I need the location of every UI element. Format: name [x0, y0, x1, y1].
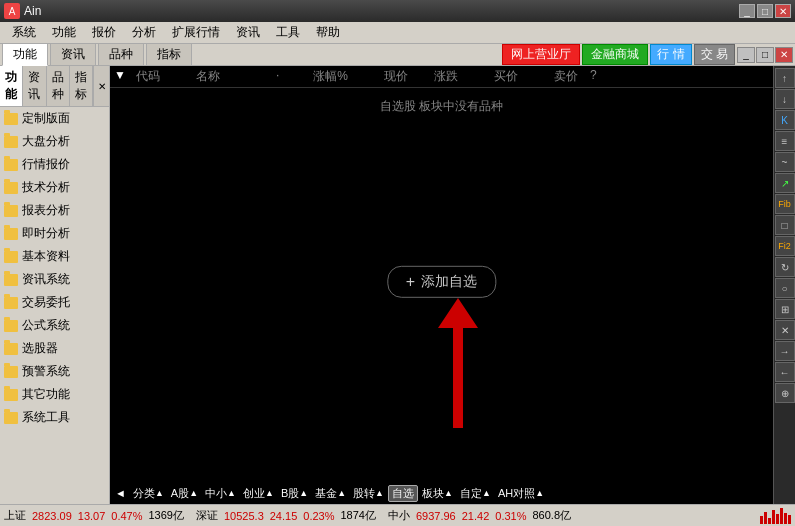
sidebar-item-report[interactable]: 报表分析 — [0, 199, 109, 222]
rtool-up[interactable]: ↑ — [775, 68, 795, 88]
status-zx-label: 中小 — [388, 508, 410, 523]
bottom-tab-startup[interactable]: 创业▲ — [240, 486, 277, 501]
win-close-button[interactable]: ✕ — [775, 47, 793, 63]
rtool-circle[interactable]: ○ — [775, 278, 795, 298]
sidebar-item-info[interactable]: 资讯系统 — [0, 268, 109, 291]
menu-help[interactable]: 帮助 — [308, 22, 348, 43]
rtool-plus[interactable]: ⊕ — [775, 383, 795, 403]
rtool-left[interactable]: ← — [775, 362, 795, 382]
financial-mall-button[interactable]: 金融商城 — [582, 44, 648, 65]
bottom-tab-ashare[interactable]: A股▲ — [168, 486, 201, 501]
sidebar-item-tech[interactable]: 技术分析 — [0, 176, 109, 199]
bottom-tab-custom[interactable]: 自定▲ — [457, 486, 494, 501]
bottom-tab-bshare[interactable]: B股▲ — [278, 486, 311, 501]
folder-icon — [4, 159, 18, 171]
sidebar-item-realtime[interactable]: 即时分析 — [0, 222, 109, 245]
menu-analysis[interactable]: 分析 — [124, 22, 164, 43]
tab-label: 分类 — [133, 486, 155, 501]
menu-function[interactable]: 功能 — [44, 22, 84, 43]
sidebar-tabs: 功能 资讯 品种 指标 ✕ — [0, 66, 109, 107]
win-max-button[interactable]: □ — [756, 47, 774, 63]
minimize-button[interactable]: _ — [739, 4, 755, 18]
tab-prev-button[interactable]: ◄ — [112, 487, 129, 499]
status-zx-pct: 0.31% — [495, 510, 526, 522]
sidebar-item-system-tools[interactable]: 系统工具 — [0, 406, 109, 429]
menu-quote[interactable]: 报价 — [84, 22, 124, 43]
sidebar: 功能 资讯 品种 指标 ✕ 定制版面 大盘分析 行情报价 技术分析 — [0, 66, 110, 504]
sidebar-tab-indicator[interactable]: 指标 — [70, 66, 93, 106]
rtool-list[interactable]: ≡ — [775, 131, 795, 151]
win-min-button[interactable]: _ — [737, 47, 755, 63]
sidebar-item-label: 预警系统 — [22, 363, 70, 380]
add-button-container: + 添加自选 — [387, 266, 496, 298]
trade-button[interactable]: 交 易 — [694, 44, 735, 65]
bottom-tab-small[interactable]: 中小▲ — [202, 486, 239, 501]
tab-function[interactable]: 功能 — [2, 43, 48, 66]
tab-arrow: ▲ — [155, 488, 164, 498]
folder-icon — [4, 412, 18, 424]
status-sz-pct: 0.23% — [303, 510, 334, 522]
sidebar-item-label: 基本资料 — [22, 248, 70, 265]
sidebar-item-other[interactable]: 其它功能 — [0, 383, 109, 406]
sidebar-item-basic[interactable]: 基本资料 — [0, 245, 109, 268]
sidebar-item-label: 选股器 — [22, 340, 58, 357]
sidebar-item-warning[interactable]: 预警系统 — [0, 360, 109, 383]
rtool-down[interactable]: ↓ — [775, 89, 795, 109]
rtool-k[interactable]: K — [775, 110, 795, 130]
menu-tools[interactable]: 工具 — [268, 22, 308, 43]
status-sz-change: 24.15 — [270, 510, 298, 522]
bottom-tab-fund[interactable]: 基金▲ — [312, 486, 349, 501]
tab-variety[interactable]: 品种 — [98, 43, 144, 66]
rtool-right[interactable]: → — [775, 341, 795, 361]
rtool-refresh[interactable]: ↻ — [775, 257, 795, 277]
sidebar-tab-news[interactable]: 资讯 — [23, 66, 46, 106]
status-sh-value: 2823.09 — [32, 510, 72, 522]
bottom-tab-sector[interactable]: 板块▲ — [419, 486, 456, 501]
status-sh-vol: 1369亿 — [149, 508, 184, 523]
tab-news[interactable]: 资讯 — [50, 43, 96, 66]
add-watchlist-button[interactable]: + 添加自选 — [387, 266, 496, 298]
tab-indicator[interactable]: 指标 — [146, 43, 192, 66]
col-code: 代码 — [130, 68, 190, 85]
bottom-tab-transfer[interactable]: 股转▲ — [350, 486, 387, 501]
bottom-tab-watchlist[interactable]: 自选 — [388, 485, 418, 502]
rtool-wave[interactable]: ~ — [775, 152, 795, 172]
folder-icon — [4, 251, 18, 263]
market-button[interactable]: 行 情 — [650, 44, 691, 65]
online-business-button[interactable]: 网上营业厅 — [502, 44, 580, 65]
maximize-button[interactable]: □ — [757, 4, 773, 18]
sidebar-item-formula[interactable]: 公式系统 — [0, 314, 109, 337]
rtool-close[interactable]: ✕ — [775, 320, 795, 340]
status-sz-value: 10525.3 — [224, 510, 264, 522]
sidebar-item-trade[interactable]: 交易委托 — [0, 291, 109, 314]
status-sh-pct: 0.47% — [111, 510, 142, 522]
bottom-tab-category[interactable]: 分类▲ — [130, 486, 167, 501]
sidebar-close-button[interactable]: ✕ — [93, 66, 109, 106]
status-sh-change: 13.07 — [78, 510, 106, 522]
folder-icon — [4, 343, 18, 355]
menu-extended[interactable]: 扩展行情 — [164, 22, 228, 43]
sidebar-item-selector[interactable]: 选股器 — [0, 337, 109, 360]
plus-icon: + — [406, 273, 415, 291]
close-button[interactable]: ✕ — [775, 4, 791, 18]
rtool-fib[interactable]: Fib — [775, 194, 795, 214]
sidebar-item-quote[interactable]: 行情报价 — [0, 153, 109, 176]
sidebar-tab-variety[interactable]: 品种 — [47, 66, 70, 106]
win-control-buttons: _ □ ✕ — [737, 47, 793, 63]
menu-system[interactable]: 系统 — [4, 22, 44, 43]
col-sell: 卖价 — [524, 68, 584, 85]
rtool-box[interactable]: □ — [775, 215, 795, 235]
rtool-trend[interactable]: ↗ — [775, 173, 795, 193]
sidebar-item-label: 大盘分析 — [22, 133, 70, 150]
col-price: 现价 — [354, 68, 414, 85]
rtool-fi2[interactable]: Fi2 — [775, 236, 795, 256]
folder-icon — [4, 136, 18, 148]
bottom-tab-ah[interactable]: AH对照▲ — [495, 486, 547, 501]
sidebar-item-custom[interactable]: 定制版面 — [0, 107, 109, 130]
rtool-grid[interactable]: ⊞ — [775, 299, 795, 319]
sidebar-tab-function[interactable]: 功能 — [0, 66, 23, 106]
add-button-label: 添加自选 — [421, 273, 477, 291]
status-sz-vol: 1874亿 — [340, 508, 375, 523]
menu-news[interactable]: 资讯 — [228, 22, 268, 43]
sidebar-item-market[interactable]: 大盘分析 — [0, 130, 109, 153]
